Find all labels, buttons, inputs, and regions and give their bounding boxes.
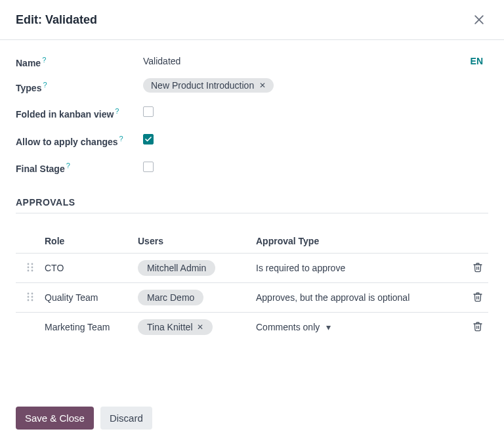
table-row: Quality Team Marc Demo Approves, but the… <box>16 283 488 313</box>
field-name: Name? Validated EN <box>16 53 488 69</box>
svg-point-6 <box>28 269 30 271</box>
field-folded: Folded in kanban view? <box>16 106 488 121</box>
approval-type-cell[interactable]: Is required to approve <box>251 254 465 283</box>
help-icon[interactable]: ? <box>66 162 70 169</box>
svg-point-11 <box>32 296 33 298</box>
folded-checkbox[interactable] <box>143 106 154 117</box>
approvals-table: Role Users Approval Type <box>16 229 488 342</box>
check-icon <box>144 135 152 143</box>
label-final-stage: Final Stage? <box>16 162 143 174</box>
language-button[interactable]: EN <box>471 56 488 66</box>
approvals-section-title: APPROVALS <box>16 197 488 213</box>
modal-title: Edit: Validated <box>16 13 97 27</box>
modal-footer: Save & Close Discard <box>0 397 504 444</box>
drag-handle-icon[interactable] <box>26 292 34 301</box>
svg-point-7 <box>32 269 33 271</box>
svg-point-10 <box>28 296 30 298</box>
svg-point-3 <box>32 263 33 265</box>
svg-point-4 <box>28 266 30 268</box>
edit-stage-modal: Edit: Validated Name? Validated EN Types… <box>0 0 504 444</box>
svg-point-8 <box>28 292 30 294</box>
user-pill[interactable]: Marc Demo <box>138 290 203 305</box>
help-icon[interactable]: ? <box>119 135 123 143</box>
svg-point-5 <box>32 266 33 268</box>
approval-type-select[interactable]: Comments only ▾ <box>251 313 465 342</box>
remove-user-icon[interactable]: ✕ <box>197 322 203 332</box>
col-type: Approval Type <box>251 229 465 254</box>
field-final-stage: Final Stage? <box>16 162 488 174</box>
label-allow-changes: Allow to apply changes? <box>16 134 143 148</box>
type-tag[interactable]: New Product Introduction ✕ <box>143 78 274 93</box>
modal-header: Edit: Validated <box>0 0 504 40</box>
user-pill[interactable]: Mitchell Admin <box>138 260 215 276</box>
field-allow-changes: Allow to apply changes? <box>16 134 488 148</box>
delete-row-button[interactable] <box>472 264 483 275</box>
close-button[interactable] <box>470 11 488 29</box>
col-users: Users <box>133 229 251 254</box>
modal-body: Name? Validated EN Types? New Product In… <box>0 40 504 397</box>
approval-type-cell[interactable]: Approves, but the approval is optional <box>251 283 465 313</box>
trash-icon <box>472 292 483 302</box>
help-icon[interactable]: ? <box>43 81 47 89</box>
name-input[interactable]: Validated <box>143 53 180 69</box>
field-types: Types? New Product Introduction ✕ <box>16 78 488 93</box>
svg-point-13 <box>32 299 33 301</box>
role-cell[interactable]: CTO <box>39 254 133 283</box>
svg-point-9 <box>32 292 33 294</box>
help-icon[interactable]: ? <box>115 107 119 115</box>
close-icon <box>472 13 486 26</box>
trash-icon <box>472 262 483 273</box>
role-cell[interactable]: Marketing Team <box>39 313 133 342</box>
table-row: Marketing Team Tina Knittel ✕ Comments o… <box>16 313 488 342</box>
trash-icon <box>472 321 483 332</box>
discard-button[interactable]: Discard <box>100 407 152 430</box>
delete-row-button[interactable] <box>472 323 483 334</box>
label-folded: Folded in kanban view? <box>16 106 143 121</box>
svg-point-2 <box>28 263 30 265</box>
chevron-down-icon: ▾ <box>326 322 331 332</box>
final-stage-checkbox[interactable] <box>143 162 154 172</box>
save-close-button[interactable]: Save & Close <box>16 407 94 430</box>
svg-point-12 <box>28 299 30 301</box>
user-pill[interactable]: Tina Knittel ✕ <box>138 319 213 335</box>
help-icon[interactable]: ? <box>42 56 46 64</box>
remove-tag-icon[interactable]: ✕ <box>258 81 267 90</box>
drag-handle-icon[interactable] <box>26 263 34 272</box>
label-name: Name? <box>16 53 143 68</box>
table-row: CTO Mitchell Admin Is required to approv… <box>16 254 488 283</box>
delete-row-button[interactable] <box>472 294 483 304</box>
col-role: Role <box>39 229 133 254</box>
allow-changes-checkbox[interactable] <box>143 134 154 144</box>
role-cell[interactable]: Quality Team <box>39 283 133 313</box>
label-types: Types? <box>16 78 143 93</box>
